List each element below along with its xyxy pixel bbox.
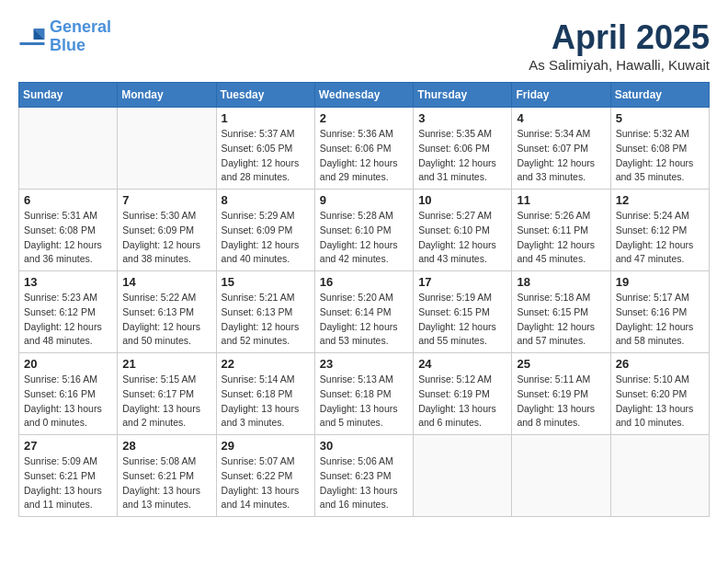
weekday-header-tuesday: Tuesday	[216, 83, 314, 108]
day-info: Sunrise: 5:15 AMSunset: 6:17 PMDaylight:…	[122, 373, 210, 431]
calendar-cell	[610, 435, 709, 517]
calendar-cell: 12Sunrise: 5:24 AMSunset: 6:12 PMDayligh…	[610, 190, 709, 271]
day-number: 2	[320, 111, 408, 125]
week-row-4: 20Sunrise: 5:16 AMSunset: 6:16 PMDayligh…	[19, 353, 710, 435]
svg-rect-3	[20, 42, 45, 45]
day-number: 12	[616, 193, 704, 207]
calendar-cell: 26Sunrise: 5:10 AMSunset: 6:20 PMDayligh…	[610, 353, 709, 435]
day-number: 4	[517, 111, 605, 125]
calendar-cell: 23Sunrise: 5:13 AMSunset: 6:18 PMDayligh…	[314, 353, 413, 435]
day-info: Sunrise: 5:07 AMSunset: 6:22 PMDaylight:…	[222, 454, 310, 512]
day-info: Sunrise: 5:28 AMSunset: 6:10 PMDaylight:…	[320, 209, 408, 267]
day-number: 8	[222, 193, 310, 207]
calendar-cell: 11Sunrise: 5:26 AMSunset: 6:11 PMDayligh…	[512, 190, 610, 271]
day-number: 22	[222, 357, 310, 371]
day-info: Sunrise: 5:37 AMSunset: 6:05 PMDaylight:…	[222, 127, 310, 185]
calendar-cell	[118, 108, 216, 190]
calendar-cell: 30Sunrise: 5:06 AMSunset: 6:23 PMDayligh…	[314, 435, 413, 517]
calendar-cell: 22Sunrise: 5:14 AMSunset: 6:18 PMDayligh…	[216, 353, 314, 435]
calendar-cell: 27Sunrise: 5:09 AMSunset: 6:21 PMDayligh…	[19, 435, 118, 517]
calendar-cell	[512, 435, 610, 517]
day-number: 24	[418, 357, 506, 371]
week-row-1: 1Sunrise: 5:37 AMSunset: 6:05 PMDaylight…	[19, 108, 710, 190]
day-info: Sunrise: 5:19 AMSunset: 6:15 PMDaylight:…	[418, 291, 506, 349]
day-number: 3	[418, 111, 506, 125]
day-number: 7	[122, 193, 210, 207]
day-info: Sunrise: 5:11 AMSunset: 6:19 PMDaylight:…	[517, 373, 605, 431]
calendar-cell: 2Sunrise: 5:36 AMSunset: 6:06 PMDaylight…	[314, 108, 413, 190]
month-title: April 2025	[529, 18, 710, 57]
day-info: Sunrise: 5:34 AMSunset: 6:07 PMDaylight:…	[517, 127, 605, 185]
day-info: Sunrise: 5:18 AMSunset: 6:15 PMDaylight:…	[517, 291, 605, 349]
page-header: General Blue April 2025 As Salimiyah, Ha…	[18, 18, 710, 73]
week-row-2: 6Sunrise: 5:31 AMSunset: 6:08 PMDaylight…	[19, 190, 710, 271]
day-info: Sunrise: 5:23 AMSunset: 6:12 PMDaylight:…	[24, 291, 112, 349]
day-number: 16	[320, 275, 408, 289]
calendar-cell: 21Sunrise: 5:15 AMSunset: 6:17 PMDayligh…	[118, 353, 216, 435]
day-number: 19	[616, 275, 704, 289]
calendar-cell	[414, 435, 512, 517]
location-subtitle: As Salimiyah, Hawalli, Kuwait	[529, 57, 710, 73]
calendar-cell: 5Sunrise: 5:32 AMSunset: 6:08 PMDaylight…	[610, 108, 709, 190]
week-row-3: 13Sunrise: 5:23 AMSunset: 6:12 PMDayligh…	[19, 271, 710, 353]
logo-general: General	[50, 17, 111, 36]
weekday-header-monday: Monday	[118, 83, 216, 108]
calendar-cell: 1Sunrise: 5:37 AMSunset: 6:05 PMDaylight…	[216, 108, 314, 190]
day-info: Sunrise: 5:22 AMSunset: 6:13 PMDaylight:…	[122, 291, 210, 349]
day-number: 20	[24, 357, 112, 371]
day-number: 14	[122, 275, 210, 289]
weekday-header-thursday: Thursday	[414, 83, 512, 108]
day-number: 11	[517, 193, 605, 207]
calendar-cell: 17Sunrise: 5:19 AMSunset: 6:15 PMDayligh…	[414, 271, 512, 353]
logo: General Blue	[18, 18, 111, 55]
day-info: Sunrise: 5:21 AMSunset: 6:13 PMDaylight:…	[222, 291, 310, 349]
day-info: Sunrise: 5:06 AMSunset: 6:23 PMDaylight:…	[320, 454, 408, 512]
logo-blue: Blue	[50, 36, 85, 54]
day-info: Sunrise: 5:35 AMSunset: 6:06 PMDaylight:…	[418, 127, 506, 185]
day-info: Sunrise: 5:26 AMSunset: 6:11 PMDaylight:…	[517, 209, 605, 267]
day-info: Sunrise: 5:14 AMSunset: 6:18 PMDaylight:…	[222, 373, 310, 431]
calendar-table: SundayMondayTuesdayWednesdayThursdayFrid…	[18, 82, 710, 517]
calendar-cell: 15Sunrise: 5:21 AMSunset: 6:13 PMDayligh…	[216, 271, 314, 353]
weekday-header-row: SundayMondayTuesdayWednesdayThursdayFrid…	[19, 83, 710, 108]
day-info: Sunrise: 5:09 AMSunset: 6:21 PMDaylight:…	[24, 454, 112, 512]
day-info: Sunrise: 5:32 AMSunset: 6:08 PMDaylight:…	[616, 127, 704, 185]
calendar-cell: 24Sunrise: 5:12 AMSunset: 6:19 PMDayligh…	[414, 353, 512, 435]
day-number: 9	[320, 193, 408, 207]
day-info: Sunrise: 5:20 AMSunset: 6:14 PMDaylight:…	[320, 291, 408, 349]
day-number: 17	[418, 275, 506, 289]
day-number: 26	[616, 357, 704, 371]
logo-icon	[18, 23, 46, 51]
day-number: 5	[616, 111, 704, 125]
calendar-cell: 7Sunrise: 5:30 AMSunset: 6:09 PMDaylight…	[118, 190, 216, 271]
day-number: 23	[320, 357, 408, 371]
day-number: 27	[24, 439, 112, 453]
day-number: 30	[320, 439, 408, 453]
day-info: Sunrise: 5:29 AMSunset: 6:09 PMDaylight:…	[222, 209, 310, 267]
calendar-cell: 20Sunrise: 5:16 AMSunset: 6:16 PMDayligh…	[19, 353, 118, 435]
day-number: 21	[122, 357, 210, 371]
calendar-cell: 3Sunrise: 5:35 AMSunset: 6:06 PMDaylight…	[414, 108, 512, 190]
calendar-cell: 9Sunrise: 5:28 AMSunset: 6:10 PMDaylight…	[314, 190, 413, 271]
weekday-header-friday: Friday	[512, 83, 610, 108]
title-block: April 2025 As Salimiyah, Hawalli, Kuwait	[529, 18, 710, 73]
calendar-cell: 18Sunrise: 5:18 AMSunset: 6:15 PMDayligh…	[512, 271, 610, 353]
day-info: Sunrise: 5:08 AMSunset: 6:21 PMDaylight:…	[122, 454, 210, 512]
day-info: Sunrise: 5:24 AMSunset: 6:12 PMDaylight:…	[616, 209, 704, 267]
calendar-cell: 25Sunrise: 5:11 AMSunset: 6:19 PMDayligh…	[512, 353, 610, 435]
day-info: Sunrise: 5:10 AMSunset: 6:20 PMDaylight:…	[616, 373, 704, 431]
calendar-cell: 16Sunrise: 5:20 AMSunset: 6:14 PMDayligh…	[314, 271, 413, 353]
day-info: Sunrise: 5:17 AMSunset: 6:16 PMDaylight:…	[616, 291, 704, 349]
day-info: Sunrise: 5:36 AMSunset: 6:06 PMDaylight:…	[320, 127, 408, 185]
day-info: Sunrise: 5:16 AMSunset: 6:16 PMDaylight:…	[24, 373, 112, 431]
calendar-cell: 29Sunrise: 5:07 AMSunset: 6:22 PMDayligh…	[216, 435, 314, 517]
calendar-cell: 10Sunrise: 5:27 AMSunset: 6:10 PMDayligh…	[414, 190, 512, 271]
day-number: 28	[122, 439, 210, 453]
calendar-cell: 13Sunrise: 5:23 AMSunset: 6:12 PMDayligh…	[19, 271, 118, 353]
calendar-cell: 8Sunrise: 5:29 AMSunset: 6:09 PMDaylight…	[216, 190, 314, 271]
weekday-header-sunday: Sunday	[19, 83, 118, 108]
day-info: Sunrise: 5:30 AMSunset: 6:09 PMDaylight:…	[122, 209, 210, 267]
day-info: Sunrise: 5:13 AMSunset: 6:18 PMDaylight:…	[320, 373, 408, 431]
calendar-cell: 4Sunrise: 5:34 AMSunset: 6:07 PMDaylight…	[512, 108, 610, 190]
day-info: Sunrise: 5:31 AMSunset: 6:08 PMDaylight:…	[24, 209, 112, 267]
